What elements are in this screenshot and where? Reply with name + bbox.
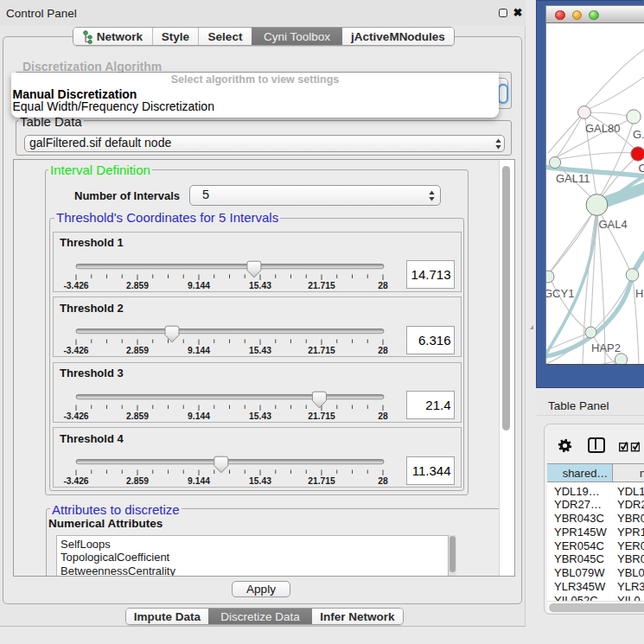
svg-text:H: H (635, 287, 643, 300)
svg-text:21.715: 21.715 (308, 476, 335, 486)
svg-text:HAP2: HAP2 (591, 341, 621, 354)
svg-text:9.144: 9.144 (188, 281, 210, 290)
svg-text:GCY1: GCY1 (546, 287, 574, 300)
svg-text:2.859: 2.859 (126, 346, 149, 355)
svg-text:21.715: 21.715 (308, 346, 335, 355)
svg-text:-3.426: -3.426 (63, 281, 88, 290)
svg-text:9.144: 9.144 (188, 411, 210, 421)
svg-text:2.859: 2.859 (126, 281, 149, 290)
svg-text:C: C (639, 162, 644, 175)
svg-text:-3.426: -3.426 (63, 411, 88, 421)
svg-text:9.144: 9.144 (188, 346, 210, 355)
svg-text:2.859: 2.859 (126, 411, 149, 421)
svg-text:15.43: 15.43 (249, 346, 271, 355)
svg-text:G.: G. (633, 128, 644, 141)
svg-text:GAL80: GAL80 (585, 122, 620, 135)
svg-text:21.715: 21.715 (308, 411, 335, 421)
svg-text:9.144: 9.144 (188, 476, 210, 486)
svg-text:2.859: 2.859 (126, 476, 149, 486)
svg-text:28: 28 (378, 346, 388, 355)
svg-text:GAL4: GAL4 (599, 218, 628, 231)
svg-text:21.715: 21.715 (308, 281, 335, 290)
svg-text:-3.426: -3.426 (63, 346, 88, 355)
svg-text:15.43: 15.43 (249, 281, 271, 290)
svg-text:28: 28 (378, 476, 388, 486)
svg-text:-3.426: -3.426 (63, 476, 88, 486)
svg-text:15.43: 15.43 (249, 476, 271, 486)
svg-text:GAL11: GAL11 (556, 172, 590, 185)
svg-text:15.43: 15.43 (249, 411, 271, 421)
svg-text:28: 28 (378, 281, 388, 290)
svg-text:28: 28 (378, 411, 388, 421)
